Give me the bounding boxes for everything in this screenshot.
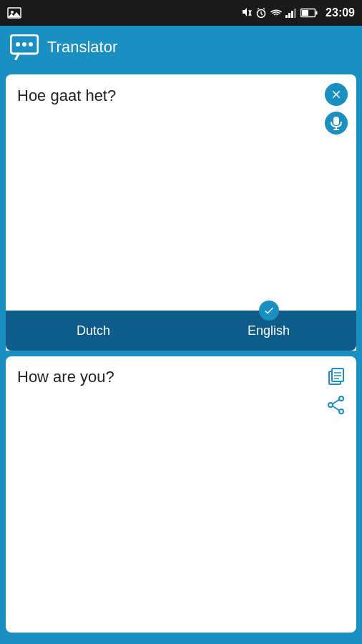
target-language-label: English: [248, 323, 290, 338]
card-gap: [6, 351, 356, 356]
app-icon: [10, 34, 39, 60]
svg-point-1: [11, 11, 14, 14]
output-text: How are you?: [17, 368, 114, 386]
svg-rect-11: [291, 11, 293, 18]
svg-rect-12: [294, 9, 296, 18]
svg-rect-14: [316, 11, 318, 15]
svg-line-7: [258, 9, 259, 10]
svg-rect-20: [333, 117, 339, 125]
target-language-button[interactable]: English: [181, 311, 356, 351]
svg-point-17: [16, 42, 20, 47]
svg-point-19: [29, 42, 33, 47]
svg-line-32: [333, 406, 339, 411]
source-language-label: Dutch: [77, 323, 110, 338]
status-bar: 23:09: [0, 0, 362, 26]
active-check-badge: [259, 301, 279, 321]
output-area[interactable]: How are you?: [6, 356, 356, 633]
status-icons: 23:09: [242, 6, 355, 19]
svg-point-29: [339, 409, 343, 414]
share-button[interactable]: [325, 394, 348, 416]
copy-button[interactable]: [325, 365, 348, 388]
svg-point-18: [22, 42, 26, 47]
svg-rect-24: [332, 369, 343, 381]
input-area[interactable]: Hoe gaat het?: [6, 74, 356, 311]
svg-rect-9: [285, 15, 288, 18]
source-language-button[interactable]: Dutch: [6, 311, 181, 351]
svg-point-30: [328, 403, 333, 407]
input-text: Hoe gaat het?: [17, 87, 116, 104]
title-bar: Translator: [0, 26, 362, 69]
svg-line-8: [263, 9, 265, 10]
svg-line-31: [333, 400, 339, 404]
clear-button[interactable]: [325, 83, 348, 106]
microphone-button[interactable]: [325, 112, 348, 135]
svg-rect-10: [288, 13, 290, 18]
svg-line-6: [261, 14, 263, 15]
app-title: Translator: [47, 38, 117, 57]
svg-rect-15: [302, 10, 308, 16]
language-bar: Dutch English: [6, 311, 356, 351]
main-content: Hoe gaat het? Dutch: [0, 69, 362, 644]
bottom-pad: [6, 633, 356, 638]
status-time: 23:09: [326, 6, 355, 19]
svg-point-28: [339, 396, 343, 401]
output-card: How are you?: [6, 356, 356, 633]
input-card: Hoe gaat het? Dutch: [6, 74, 356, 351]
